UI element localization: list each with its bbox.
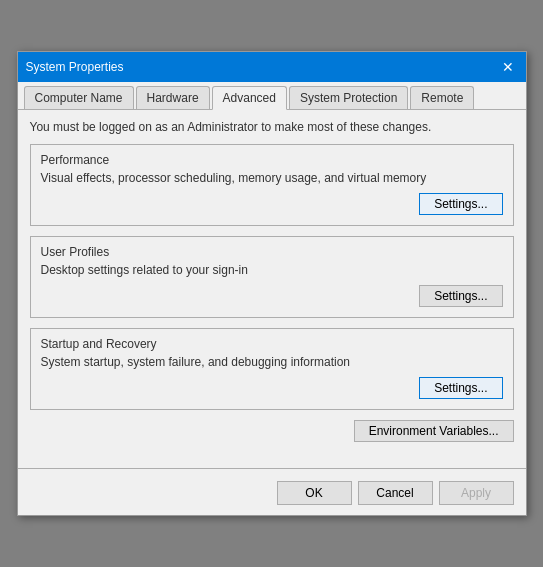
user-profiles-settings-button[interactable]: Settings... — [419, 285, 502, 307]
tab-advanced[interactable]: Advanced — [212, 86, 287, 110]
tab-system-protection[interactable]: System Protection — [289, 86, 408, 109]
apply-button[interactable]: Apply — [439, 481, 514, 505]
tab-remote[interactable]: Remote — [410, 86, 474, 109]
window-title: System Properties — [26, 60, 124, 74]
startup-settings-button[interactable]: Settings... — [419, 377, 502, 399]
startup-btn-row: Settings... — [41, 377, 503, 399]
performance-desc: Visual effects, processor scheduling, me… — [41, 171, 503, 185]
startup-title: Startup and Recovery — [41, 337, 503, 351]
bottom-buttons: OK Cancel Apply — [18, 475, 526, 515]
system-properties-window: System Properties ✕ Computer Name Hardwa… — [17, 51, 527, 516]
performance-settings-button[interactable]: Settings... — [419, 193, 502, 215]
title-bar: System Properties ✕ — [18, 52, 526, 82]
tab-hardware[interactable]: Hardware — [136, 86, 210, 109]
performance-btn-row: Settings... — [41, 193, 503, 215]
cancel-button[interactable]: Cancel — [358, 481, 433, 505]
user-profiles-desc: Desktop settings related to your sign-in — [41, 263, 503, 277]
startup-section: Startup and Recovery System startup, sys… — [30, 328, 514, 410]
ok-button[interactable]: OK — [277, 481, 352, 505]
tab-computer-name[interactable]: Computer Name — [24, 86, 134, 109]
tab-content: You must be logged on as an Administrato… — [18, 110, 526, 462]
user-profiles-title: User Profiles — [41, 245, 503, 259]
title-bar-controls: ✕ — [498, 57, 518, 77]
performance-title: Performance — [41, 153, 503, 167]
tabs-row: Computer Name Hardware Advanced System P… — [18, 82, 526, 110]
close-button[interactable]: ✕ — [498, 57, 518, 77]
user-profiles-btn-row: Settings... — [41, 285, 503, 307]
startup-desc: System startup, system failure, and debu… — [41, 355, 503, 369]
env-btn-row: Environment Variables... — [30, 420, 514, 442]
bottom-divider — [18, 468, 526, 469]
info-text: You must be logged on as an Administrato… — [30, 120, 514, 134]
performance-section: Performance Visual effects, processor sc… — [30, 144, 514, 226]
environment-variables-button[interactable]: Environment Variables... — [354, 420, 514, 442]
user-profiles-section: User Profiles Desktop settings related t… — [30, 236, 514, 318]
